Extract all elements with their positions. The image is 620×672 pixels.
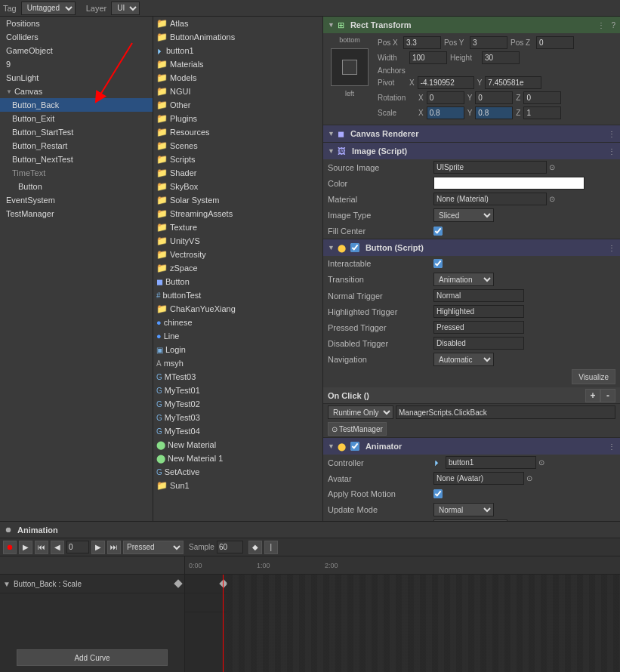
material-pick[interactable]: ⊙ bbox=[549, 195, 555, 203]
project-item-unityvs[interactable]: 📁 UnityVS bbox=[153, 234, 322, 248]
pos-z-input[interactable] bbox=[536, 36, 574, 49]
rect-menu-icon[interactable]: ⋮ bbox=[597, 21, 605, 29]
project-item-texture[interactable]: 📁 Texture bbox=[153, 220, 322, 234]
canvas-renderer-header[interactable]: ▼ ◼ Canvas Renderer ⋮ bbox=[323, 125, 620, 142]
hierarchy-item-button-exit[interactable]: Button_Exit bbox=[0, 112, 153, 125]
scale-x-input[interactable] bbox=[427, 106, 464, 119]
hierarchy-item-button-nexttest[interactable]: Button_NextTest bbox=[0, 153, 153, 166]
project-item-atlas[interactable]: 📁 Atlas bbox=[153, 17, 322, 30]
rotation-x-input[interactable] bbox=[427, 91, 464, 104]
hierarchy-item-button-back[interactable]: Button_Back bbox=[0, 98, 153, 112]
rect-transform-header[interactable]: ▼ ⊞ Rect Transform ⋮ ? bbox=[323, 17, 620, 33]
animator-menu-icon[interactable]: ⋮ bbox=[608, 442, 615, 451]
interactable-checkbox[interactable] bbox=[433, 259, 443, 268]
hierarchy-item-button-child[interactable]: Button bbox=[0, 180, 153, 193]
button-menu-icon[interactable]: ⋮ bbox=[608, 244, 615, 252]
scale-z-input[interactable] bbox=[523, 106, 561, 119]
project-item-vectrosity[interactable]: 📁 Vectrosity bbox=[153, 248, 322, 261]
prev-keyframe-button[interactable]: ⏮ bbox=[35, 541, 48, 554]
clip-select[interactable]: Pressed bbox=[123, 541, 184, 554]
sample-input[interactable] bbox=[217, 541, 243, 553]
tag-select[interactable]: Untagged bbox=[21, 2, 76, 15]
rect-transform-widget[interactable] bbox=[331, 48, 369, 86]
project-item-button1[interactable]: ⏵ button1 bbox=[153, 44, 322, 57]
project-item-other[interactable]: 📁 Other bbox=[153, 98, 322, 112]
button-enabled-checkbox[interactable] bbox=[350, 243, 359, 252]
visualize-button[interactable]: Visualize bbox=[572, 369, 615, 384]
project-item-login[interactable]: ▣ Login bbox=[153, 343, 322, 356]
project-item-shader[interactable]: 📁 Shader bbox=[153, 166, 322, 180]
project-item-sun1[interactable]: 📁 Sun1 bbox=[153, 479, 322, 492]
add-curve-button[interactable]: Add Curve bbox=[17, 649, 168, 666]
image-script-header[interactable]: ▼ 🖼 Image (Script) ⋮ bbox=[323, 143, 620, 159]
image-type-select[interactable]: Sliced bbox=[433, 208, 494, 222]
navigation-select[interactable]: Automatic bbox=[433, 353, 494, 366]
hierarchy-item-positions[interactable]: Positions bbox=[0, 17, 153, 30]
animator-header[interactable]: ▼ ⬤ Animator ⋮ bbox=[323, 438, 620, 455]
controller-input[interactable] bbox=[446, 456, 536, 469]
project-item-new-material[interactable]: ⬤ New Material bbox=[153, 438, 322, 452]
record-button[interactable]: ⏺ bbox=[3, 541, 17, 554]
project-item-scenes[interactable]: 📁 Scenes bbox=[153, 139, 322, 153]
hierarchy-item-button-starttest[interactable]: Button_StartTest bbox=[0, 125, 153, 139]
project-item-mytest04[interactable]: G MyTest04 bbox=[153, 424, 322, 438]
fill-center-checkbox[interactable] bbox=[433, 227, 443, 236]
play-button[interactable]: ▶ bbox=[19, 541, 32, 554]
runtime-select[interactable]: Runtime Only bbox=[328, 405, 393, 419]
layer-select[interactable]: UI bbox=[111, 2, 140, 15]
next-frame-button[interactable]: ▶ bbox=[91, 541, 105, 554]
project-item-mytest03[interactable]: G MyTest03 bbox=[153, 411, 322, 424]
project-item-mytest02[interactable]: G MyTest02 bbox=[153, 397, 322, 411]
button-script-header[interactable]: ▼ ⬤ Button (Script) ⋮ bbox=[323, 239, 620, 256]
highlighted-trigger-input[interactable] bbox=[433, 305, 524, 318]
project-item-chinese[interactable]: ● chinese bbox=[153, 316, 322, 329]
apply-root-checkbox[interactable] bbox=[433, 489, 443, 498]
time-input[interactable] bbox=[66, 541, 89, 553]
hierarchy-item-eventsystem[interactable]: EventSystem bbox=[0, 193, 153, 207]
disabled-trigger-input[interactable] bbox=[433, 337, 524, 350]
pivot-y-input[interactable] bbox=[485, 76, 541, 89]
controller-pick[interactable]: ⊙ bbox=[538, 458, 544, 467]
project-item-buttonanimations[interactable]: 📁 ButtonAnimations bbox=[153, 30, 322, 44]
pivot-x-input[interactable] bbox=[418, 76, 474, 89]
hierarchy-item-gameobject[interactable]: GameObject bbox=[0, 44, 153, 57]
hierarchy-item-testmanager[interactable]: TestManager bbox=[0, 207, 153, 220]
project-item-setactive[interactable]: G SetActive bbox=[153, 465, 322, 479]
project-item-line[interactable]: ● Line bbox=[153, 329, 322, 343]
hierarchy-item-canvas[interactable]: Canvas bbox=[0, 85, 153, 98]
project-item-materials[interactable]: 📁 Materials bbox=[153, 57, 322, 71]
callback-input[interactable] bbox=[396, 405, 615, 419]
rect-help-icon[interactable]: ? bbox=[611, 21, 615, 29]
project-item-zspace[interactable]: 📁 zSpace bbox=[153, 261, 322, 275]
source-image-input[interactable] bbox=[433, 161, 547, 174]
project-item-streamingassets[interactable]: 📁 StreamingAssets bbox=[153, 207, 322, 220]
hierarchy-item-timetext[interactable]: TimeText bbox=[0, 166, 153, 180]
prev-frame-button[interactable]: ◀ bbox=[51, 541, 64, 554]
pos-y-input[interactable] bbox=[470, 36, 507, 49]
project-item-skybox[interactable]: 📁 SkyBox bbox=[153, 180, 322, 193]
transition-select[interactable]: Animation bbox=[433, 273, 494, 286]
project-item-resources[interactable]: 📁 Resources bbox=[153, 125, 322, 139]
project-item-new-material-1[interactable]: ⬤ New Material 1 bbox=[153, 452, 322, 465]
material-input[interactable] bbox=[433, 193, 547, 205]
canvas-menu-icon[interactable]: ⋮ bbox=[608, 130, 615, 138]
track-expand-icon[interactable]: ▼ bbox=[3, 580, 11, 588]
project-item-ngui[interactable]: 📁 NGUI bbox=[153, 85, 322, 98]
next-keyframe-button[interactable]: ⏭ bbox=[107, 541, 121, 554]
hierarchy-item-button-restart[interactable]: Button_Restart bbox=[0, 139, 153, 153]
add-event-button[interactable]: | bbox=[264, 541, 278, 554]
pressed-trigger-input[interactable] bbox=[433, 321, 524, 334]
animator-enabled-checkbox[interactable] bbox=[350, 442, 359, 451]
project-item-solarsystem[interactable]: 📁 Solar System bbox=[153, 193, 322, 207]
scale-y-input[interactable] bbox=[475, 106, 513, 119]
project-item-models[interactable]: 📁 Models bbox=[153, 71, 322, 85]
pos-x-input[interactable] bbox=[403, 36, 441, 49]
color-swatch[interactable] bbox=[433, 177, 585, 190]
project-item-msyh[interactable]: A msyh bbox=[153, 356, 322, 370]
hierarchy-item-9[interactable]: 9 bbox=[0, 57, 153, 71]
avatar-pick[interactable]: ⊙ bbox=[526, 474, 532, 482]
source-image-pick[interactable]: ⊙ bbox=[549, 163, 555, 171]
height-input[interactable] bbox=[482, 51, 520, 64]
add-key-button[interactable]: ◆ bbox=[248, 541, 262, 554]
project-item-buttontest[interactable]: # buttonTest bbox=[153, 288, 322, 302]
